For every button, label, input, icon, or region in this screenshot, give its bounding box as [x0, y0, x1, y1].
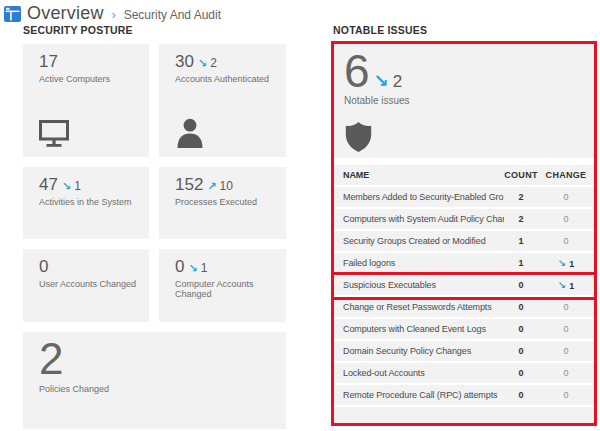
issue-change-value: 0	[563, 214, 568, 224]
trend-down-icon: ↘	[558, 280, 566, 291]
issue-count: 1	[504, 258, 538, 268]
issue-change-value: 0	[563, 324, 568, 334]
person-icon	[175, 118, 205, 148]
hero-trend-icon: ↘	[374, 70, 389, 92]
issue-change: 0	[538, 390, 594, 400]
posture-tile[interactable]: 30 ↘ 2 Accounts Authenticated	[159, 44, 286, 157]
issue-change-value: 1	[569, 281, 574, 291]
tile-value-row: 0 ↘ 1	[175, 257, 282, 277]
table-row[interactable]: Failed logons 1 ↘ 1	[334, 253, 594, 275]
issue-count: 2	[504, 214, 538, 224]
issue-change-value: 0	[563, 236, 568, 246]
notable-issues-highlight-box: 6 ↘ 2 Notable issues NAME COUNT CHANGE M…	[331, 41, 597, 426]
issue-change: 0	[538, 324, 594, 334]
table-header-row: NAME COUNT CHANGE	[334, 165, 594, 187]
issue-name: Locked-out Accounts	[343, 368, 504, 378]
issue-name: Change or Reset Passwords Attempts	[343, 302, 504, 312]
trend-down-icon: ↘	[558, 258, 566, 269]
issue-change: 0	[538, 192, 594, 202]
issue-count: 0	[504, 280, 538, 290]
notable-issues-table: NAME COUNT CHANGE Members Added to Secur…	[334, 165, 594, 423]
table-row[interactable]: Locked-out Accounts 0 0	[334, 363, 594, 385]
issue-change: 0	[538, 214, 594, 224]
hero-label: Notable issues	[344, 95, 594, 106]
tile-value: 2	[39, 336, 63, 382]
issue-count: 0	[504, 368, 538, 378]
table-row[interactable]: Security Groups Created or Modified 1 0	[334, 231, 594, 253]
monitor-icon	[39, 120, 69, 148]
table-row[interactable]: Domain Security Policy Changes 0 0	[334, 341, 594, 363]
issue-change-value: 0	[563, 346, 568, 356]
notable-issues-panel: NOTABLE ISSUES 6 ↘ 2 Notable issues NAME…	[331, 24, 597, 426]
tile-label: User Accounts Changed	[39, 279, 145, 289]
issue-change: 0	[538, 302, 594, 312]
tile-delta-value: 2	[210, 56, 217, 70]
tile-value: 47	[39, 175, 58, 195]
tile-delta-value: 10	[220, 179, 233, 193]
tile-value: 152	[175, 175, 203, 195]
posture-tile[interactable]: 47 ↘ 1 Activities in the System	[23, 167, 149, 239]
tile-value: 30	[175, 52, 194, 72]
issue-change-value: 0	[563, 390, 568, 400]
dashboard-icon	[4, 6, 21, 22]
trend-up-icon: ↗	[207, 180, 216, 193]
tile-value-row: 47 ↘ 1	[39, 175, 145, 195]
issue-name: Suspicious Executables	[343, 280, 504, 290]
hero-value-row: 6 ↘ 2	[344, 48, 594, 94]
tile-label: Policies Changed	[39, 384, 282, 394]
posture-tile[interactable]: 2 Policies Changed	[23, 332, 286, 429]
notable-issues-rows: Members Added to Security-Enabled Gro...…	[334, 187, 594, 407]
tile-delta-value: 1	[74, 179, 81, 193]
tile-value: 0	[175, 257, 184, 277]
tile-value: 0	[39, 257, 48, 277]
issue-name: Computers with System Audit Policy Chan.…	[343, 214, 504, 224]
posture-tile[interactable]: 0 ↘ 1 Computer Accounts Changed	[159, 249, 286, 322]
posture-tile[interactable]: 152 ↗ 10 Processes Executed	[159, 167, 286, 239]
issue-change: ↘ 1	[538, 258, 594, 269]
breadcrumb-separator-icon: ›	[112, 6, 116, 22]
column-header-change: CHANGE	[538, 170, 594, 180]
security-posture-heading: SECURITY POSTURE	[23, 24, 286, 36]
breadcrumb: Overview › Security And Audit	[4, 3, 221, 24]
tile-value-row: 2	[39, 336, 282, 382]
table-row[interactable]: Members Added to Security-Enabled Gro...…	[334, 187, 594, 209]
tile-value-row: 0	[39, 257, 145, 277]
posture-tile[interactable]: 0 User Accounts Changed	[23, 249, 149, 322]
tile-label: Processes Executed	[175, 197, 282, 207]
posture-tile[interactable]: 17 Active Computers	[23, 44, 149, 157]
tile-value: 17	[39, 52, 58, 72]
tile-delta: ↘ 1	[188, 261, 207, 275]
issue-name: Failed logons	[343, 258, 504, 268]
tile-delta: ↘ 2	[198, 56, 217, 70]
shield-icon	[344, 121, 373, 153]
issue-change-value: 0	[563, 368, 568, 378]
tile-delta: ↘ 1	[62, 179, 81, 193]
table-row[interactable]: Computers with System Audit Policy Chan.…	[334, 209, 594, 231]
tile-label: Activities in the System	[39, 197, 145, 207]
issue-name: Remote Procedure Call (RPC) attempts	[343, 390, 504, 400]
tile-label: Active Computers	[39, 74, 145, 84]
tile-label: Accounts Authenticated	[175, 74, 282, 84]
table-row[interactable]: Suspicious Executables 0 ↘ 1	[334, 275, 594, 297]
hero-delta-value: 2	[393, 72, 402, 92]
notable-issues-hero-tile[interactable]: 6 ↘ 2 Notable issues	[334, 44, 594, 158]
page-title[interactable]: Overview	[27, 3, 104, 24]
issue-name: Members Added to Security-Enabled Gro...	[343, 192, 504, 202]
table-row[interactable]: Remote Procedure Call (RPC) attempts 0 0	[334, 385, 594, 407]
issue-count: 1	[504, 236, 538, 246]
table-row[interactable]: Change or Reset Passwords Attempts 0 0	[334, 297, 594, 319]
issue-change-value: 0	[563, 192, 568, 202]
issue-change: 0	[538, 346, 594, 356]
tile-value-row: 30 ↘ 2	[175, 52, 282, 72]
issue-count: 0	[504, 302, 538, 312]
trend-down-icon: ↘	[62, 180, 71, 193]
table-row[interactable]: Computers with Cleaned Event Logs 0 0	[334, 319, 594, 341]
trend-down-icon: ↘	[198, 57, 207, 70]
tile-delta: ↗ 10	[207, 179, 233, 193]
issue-change: 0	[538, 368, 594, 378]
issue-name: Security Groups Created or Modified	[343, 236, 504, 246]
divider	[334, 158, 594, 165]
tile-label: Computer Accounts Changed	[175, 279, 282, 299]
column-header-count: COUNT	[504, 170, 538, 180]
issue-name: Domain Security Policy Changes	[343, 346, 504, 356]
